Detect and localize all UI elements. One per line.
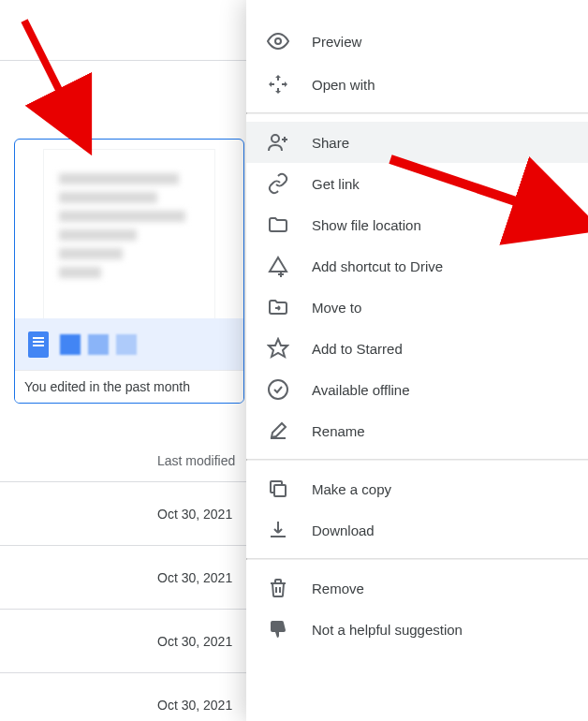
open-with-icon: [267, 73, 289, 96]
annotation-arrow: [379, 140, 588, 253]
menu-label: Download: [312, 522, 375, 538]
shortcut-icon: [267, 255, 289, 277]
svg-point-0: [275, 38, 281, 44]
remove-icon: [267, 577, 289, 599]
menu-preview[interactable]: Preview: [246, 19, 588, 64]
menu-remove[interactable]: Remove: [246, 567, 588, 609]
docs-icon: [28, 331, 49, 358]
menu-rename[interactable]: Rename: [246, 410, 588, 451]
menu-download[interactable]: Download: [246, 509, 588, 551]
menu-label: Remove: [312, 581, 364, 596]
menu-label: Available offline: [312, 382, 410, 398]
thumbsdown-icon: [267, 618, 289, 640]
offline-icon: [267, 378, 289, 401]
menu-move-to[interactable]: Move to: [246, 287, 588, 328]
context-menu: Preview Open with Share Get link Show fi…: [246, 0, 588, 721]
menu-label: Get link: [312, 176, 360, 192]
menu-available-offline[interactable]: Available offline: [246, 369, 588, 410]
last-modified-header: Last modified: [157, 453, 235, 468]
menu-label: Not a helpful suggestion: [312, 622, 463, 638]
star-icon: [267, 337, 289, 360]
annotation-arrow: [6, 11, 118, 180]
date-cell: Oct 30, 2021: [157, 507, 232, 522]
menu-label: Rename: [312, 423, 365, 439]
menu-label: Add shortcut to Drive: [312, 258, 443, 274]
menu-label: Preview: [312, 34, 361, 50]
card-caption: You edited in the past month: [15, 370, 243, 403]
menu-add-starred[interactable]: Add to Starred: [246, 328, 588, 369]
rename-icon: [267, 419, 289, 442]
download-icon: [267, 519, 289, 541]
menu-label: Move to: [312, 300, 361, 316]
menu-make-copy[interactable]: Make a copy: [246, 468, 588, 509]
link-icon: [267, 172, 289, 195]
date-cell: Oct 30, 2021: [157, 570, 232, 585]
copy-icon: [267, 478, 289, 500]
folder-icon: [267, 213, 289, 236]
moveto-icon: [267, 296, 289, 318]
date-cell: Oct 30, 2021: [157, 698, 232, 713]
menu-label: Make a copy: [312, 481, 391, 497]
svg-rect-8: [274, 485, 286, 496]
menu-label: Share: [312, 135, 349, 151]
svg-marker-6: [269, 339, 287, 357]
share-icon: [267, 131, 289, 154]
svg-line-12: [24, 21, 85, 142]
menu-label: Open with: [312, 77, 375, 93]
eye-icon: [267, 30, 289, 52]
menu-open-with[interactable]: Open with: [246, 64, 588, 105]
svg-point-7: [269, 380, 287, 399]
file-type-bar: [15, 318, 243, 370]
svg-point-1: [272, 135, 279, 142]
menu-not-helpful[interactable]: Not a helpful suggestion: [246, 609, 588, 650]
file-title-blurred: [60, 334, 137, 355]
date-cell: Oct 30, 2021: [157, 634, 232, 649]
svg-line-14: [390, 159, 585, 225]
menu-label: Add to Starred: [312, 341, 403, 357]
